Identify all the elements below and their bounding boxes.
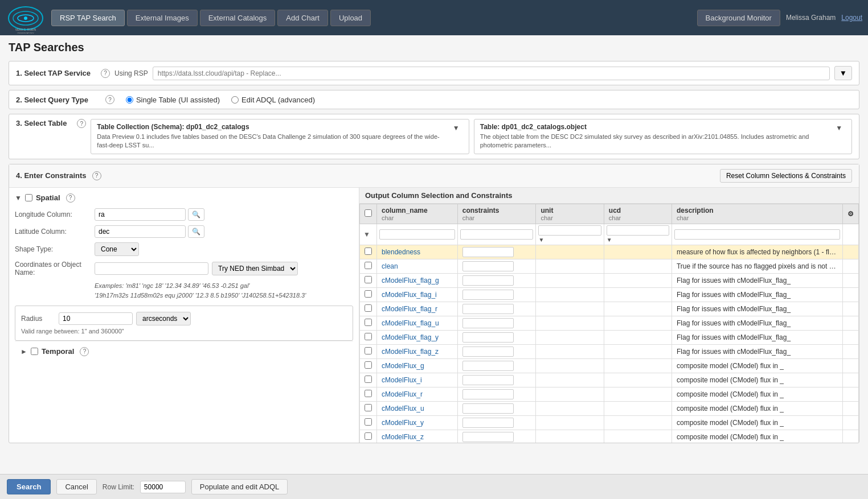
background-monitor-button[interactable]: Background Monitor bbox=[697, 10, 780, 26]
row-constraints-input-10[interactable] bbox=[462, 389, 514, 399]
row-constraints-input-5[interactable] bbox=[462, 318, 514, 328]
nav-tab-external-images[interactable]: External Images bbox=[127, 10, 198, 26]
table-selector[interactable]: Table: dp01_dc2_catalogs.object The obje… bbox=[474, 119, 852, 154]
row-constraints-6[interactable] bbox=[457, 330, 536, 344]
spatial-help-icon[interactable]: ? bbox=[66, 193, 75, 203]
filter-ucd-input[interactable] bbox=[607, 225, 669, 236]
nav-tab-external-catalogs[interactable]: External Catalogs bbox=[200, 10, 276, 26]
filter-ucd-cell[interactable]: ▼ bbox=[604, 224, 672, 245]
filter-column-name-input[interactable] bbox=[379, 229, 455, 240]
row-checkbox-cell-13[interactable] bbox=[360, 430, 377, 443]
row-constraints-9[interactable] bbox=[457, 373, 536, 387]
row-checkbox-13[interactable] bbox=[365, 432, 372, 440]
longitude-input[interactable] bbox=[95, 208, 186, 221]
nav-tab-upload[interactable]: Upload bbox=[330, 10, 371, 26]
row-checkbox-1[interactable] bbox=[365, 262, 372, 269]
collection-selector[interactable]: Table Collection (Schema): dp01_dc2_cata… bbox=[91, 119, 469, 154]
row-constraints-input-9[interactable] bbox=[462, 375, 514, 385]
radio-single-table-input[interactable] bbox=[126, 96, 133, 104]
shape-select[interactable]: Cone Polygon ADQL bbox=[95, 242, 139, 256]
row-constraints-input-11[interactable] bbox=[462, 403, 514, 414]
radius-input[interactable] bbox=[59, 312, 133, 325]
row-constraints-11[interactable] bbox=[457, 401, 536, 415]
filter-unit-input[interactable] bbox=[538, 225, 601, 236]
row-constraints-input-12[interactable] bbox=[462, 418, 514, 428]
ned-simbad-select[interactable]: Try NED then Simbad NED Simbad bbox=[212, 262, 298, 275]
radio-edit-adql-input[interactable] bbox=[231, 96, 239, 104]
spatial-checkbox[interactable] bbox=[25, 194, 32, 201]
output-table-wrapper[interactable]: column_name char constraints char unit c… bbox=[359, 204, 859, 443]
row-checkbox-cell-8[interactable] bbox=[360, 358, 377, 373]
row-checkbox-cell-9[interactable] bbox=[360, 373, 377, 387]
filter-constraints-cell[interactable] bbox=[457, 224, 536, 245]
row-constraints-input-7[interactable] bbox=[462, 347, 514, 357]
row-limit-input[interactable] bbox=[140, 481, 186, 482]
row-constraints-input-8[interactable] bbox=[462, 361, 514, 371]
latitude-search-button[interactable]: 🔍 bbox=[188, 225, 204, 238]
tap-service-dropdown-button[interactable]: ▼ bbox=[834, 66, 852, 80]
row-checkbox-cell-5[interactable] bbox=[360, 316, 377, 330]
row-checkbox-cell-1[interactable] bbox=[360, 259, 377, 273]
nav-tab-add-chart[interactable]: Add Chart bbox=[277, 10, 328, 26]
collection-dropdown-arrow[interactable]: ▼ bbox=[449, 123, 463, 133]
row-checkbox-cell-3[interactable] bbox=[360, 287, 377, 302]
row-constraints-12[interactable] bbox=[457, 415, 536, 430]
row-checkbox-3[interactable] bbox=[365, 290, 372, 298]
longitude-search-button[interactable]: 🔍 bbox=[188, 208, 204, 221]
row-checkbox-cell-0[interactable] bbox=[360, 245, 377, 259]
section4-help-icon[interactable]: ? bbox=[92, 171, 101, 180]
th-settings[interactable]: ⚙ bbox=[843, 204, 859, 224]
row-checkbox-6[interactable] bbox=[365, 333, 372, 340]
section3-help-icon[interactable]: ? bbox=[77, 119, 86, 128]
temporal-help-icon[interactable]: ? bbox=[80, 347, 89, 356]
filter-description-cell[interactable] bbox=[672, 224, 842, 245]
temporal-checkbox[interactable] bbox=[31, 348, 38, 355]
select-all-checkbox[interactable] bbox=[365, 209, 372, 217]
row-constraints-input-6[interactable] bbox=[462, 332, 514, 343]
filter-description-input[interactable] bbox=[674, 229, 840, 240]
row-checkbox-cell-4[interactable] bbox=[360, 302, 377, 316]
row-constraints-0[interactable] bbox=[457, 245, 536, 259]
tap-service-input[interactable] bbox=[153, 67, 830, 80]
row-checkbox-10[interactable] bbox=[365, 390, 372, 397]
row-constraints-input-2[interactable] bbox=[462, 275, 514, 286]
row-checkbox-cell-7[interactable] bbox=[360, 344, 377, 358]
row-checkbox-cell-12[interactable] bbox=[360, 415, 377, 430]
radio-edit-adql[interactable]: Edit ADQL (advanced) bbox=[231, 96, 315, 104]
nav-tab-rsp-tap[interactable]: RSP TAP Search bbox=[51, 10, 125, 26]
th-select-all[interactable] bbox=[360, 204, 377, 224]
arcsec-select[interactable]: arcseconds arcminutes degrees bbox=[136, 312, 191, 325]
row-checkbox-0[interactable] bbox=[365, 248, 372, 255]
row-constraints-10[interactable] bbox=[457, 387, 536, 401]
row-constraints-2[interactable] bbox=[457, 273, 536, 287]
row-constraints-1[interactable] bbox=[457, 259, 536, 273]
row-checkbox-11[interactable] bbox=[365, 404, 372, 411]
row-checkbox-8[interactable] bbox=[365, 361, 372, 369]
row-checkbox-cell-10[interactable] bbox=[360, 387, 377, 401]
section2-help-icon[interactable]: ? bbox=[105, 95, 114, 104]
reset-constraints-button[interactable]: Reset Column Selections & Constraints bbox=[720, 169, 852, 183]
radio-single-table[interactable]: Single Table (UI assisted) bbox=[126, 96, 220, 104]
logout-link[interactable]: Logout bbox=[841, 14, 862, 22]
temporal-collapse-arrow[interactable]: ► bbox=[21, 348, 27, 356]
row-constraints-input-1[interactable] bbox=[462, 261, 514, 271]
unit-filter-dropdown[interactable]: ▼ bbox=[538, 237, 544, 243]
row-checkbox-7[interactable] bbox=[365, 347, 372, 354]
row-constraints-13[interactable] bbox=[457, 430, 536, 443]
row-checkbox-cell-2[interactable] bbox=[360, 273, 377, 287]
row-constraints-input-4[interactable] bbox=[462, 304, 514, 314]
row-constraints-input-0[interactable] bbox=[462, 247, 514, 257]
search-button[interactable]: Search bbox=[7, 479, 51, 482]
row-constraints-input-3[interactable] bbox=[462, 290, 514, 300]
row-checkbox-4[interactable] bbox=[365, 304, 372, 312]
row-checkbox-5[interactable] bbox=[365, 319, 372, 326]
row-checkbox-9[interactable] bbox=[365, 376, 372, 383]
section1-help-icon[interactable]: ? bbox=[101, 69, 110, 78]
coord-input[interactable] bbox=[95, 262, 208, 275]
row-constraints-8[interactable] bbox=[457, 358, 536, 373]
table-dropdown-arrow[interactable]: ▼ bbox=[832, 123, 846, 133]
row-constraints-4[interactable] bbox=[457, 302, 536, 316]
filter-constraints-input[interactable] bbox=[460, 229, 534, 240]
row-checkbox-cell-6[interactable] bbox=[360, 330, 377, 344]
row-checkbox-2[interactable] bbox=[365, 276, 372, 283]
